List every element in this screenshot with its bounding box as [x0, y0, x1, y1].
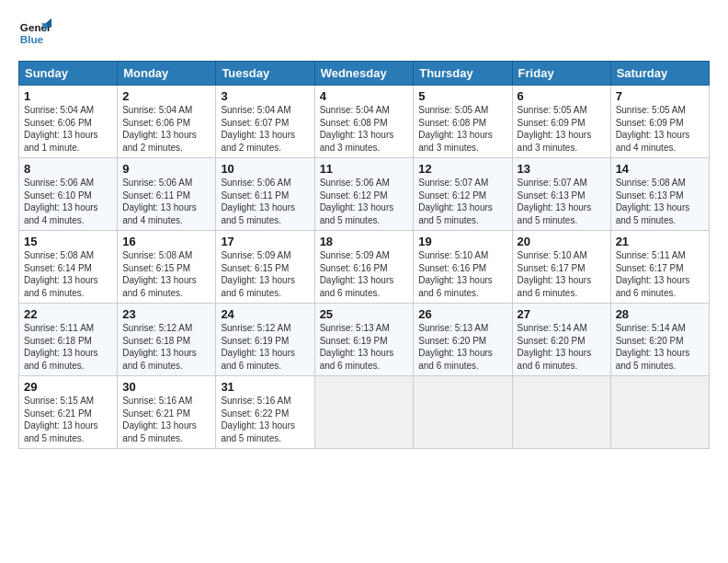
calendar-cell: 24Sunrise: 5:12 AM Sunset: 6:19 PM Dayli… — [216, 304, 314, 376]
day-number: 1 — [24, 89, 112, 103]
logo: General Blue — [18, 17, 57, 50]
calendar-cell: 21Sunrise: 5:11 AM Sunset: 6:17 PM Dayli… — [610, 231, 709, 304]
day-number: 2 — [122, 89, 210, 103]
day-detail: Sunrise: 5:16 AM Sunset: 6:21 PM Dayligh… — [122, 395, 210, 444]
day-detail: Sunrise: 5:08 AM Sunset: 6:14 PM Dayligh… — [24, 249, 112, 299]
day-detail: Sunrise: 5:06 AM Sunset: 6:12 PM Dayligh… — [320, 177, 409, 226]
day-number: 25 — [320, 307, 409, 321]
day-number: 31 — [221, 380, 309, 394]
calendar-cell: 31Sunrise: 5:16 AM Sunset: 6:22 PM Dayli… — [216, 376, 314, 449]
day-number: 30 — [122, 380, 210, 394]
page-container: General Blue SundayMondayTuesdayWednesda… — [0, 0, 728, 458]
day-number: 23 — [122, 307, 210, 321]
day-number: 3 — [221, 89, 309, 103]
day-detail: Sunrise: 5:11 AM Sunset: 6:18 PM Dayligh… — [24, 322, 112, 372]
day-detail: Sunrise: 5:09 AM Sunset: 6:15 PM Dayligh… — [221, 249, 309, 299]
calendar-cell — [610, 376, 709, 449]
day-detail: Sunrise: 5:16 AM Sunset: 6:22 PM Dayligh… — [221, 395, 309, 444]
day-number: 15 — [24, 235, 112, 248]
day-detail: Sunrise: 5:12 AM Sunset: 6:19 PM Dayligh… — [221, 322, 309, 372]
day-detail: Sunrise: 5:07 AM Sunset: 6:12 PM Dayligh… — [418, 177, 506, 226]
day-detail: Sunrise: 5:08 AM Sunset: 6:13 PM Dayligh… — [616, 177, 704, 226]
weekday-header-saturday: Saturday — [610, 62, 709, 86]
day-number: 29 — [24, 380, 112, 394]
day-detail: Sunrise: 5:05 AM Sunset: 6:09 PM Dayligh… — [616, 104, 704, 154]
header: General Blue — [18, 17, 710, 50]
day-detail: Sunrise: 5:15 AM Sunset: 6:21 PM Dayligh… — [24, 395, 112, 444]
calendar-cell: 27Sunrise: 5:14 AM Sunset: 6:20 PM Dayli… — [512, 304, 610, 376]
day-number: 5 — [418, 89, 506, 103]
weekday-header-wednesday: Wednesday — [314, 62, 414, 86]
calendar-cell: 22Sunrise: 5:11 AM Sunset: 6:18 PM Dayli… — [19, 304, 118, 376]
day-detail: Sunrise: 5:11 AM Sunset: 6:17 PM Dayligh… — [616, 249, 704, 299]
day-detail: Sunrise: 5:04 AM Sunset: 6:06 PM Dayligh… — [122, 104, 210, 154]
calendar-cell — [414, 376, 512, 449]
day-number: 14 — [616, 162, 704, 176]
calendar-cell: 26Sunrise: 5:13 AM Sunset: 6:20 PM Dayli… — [414, 304, 512, 376]
day-number: 13 — [518, 162, 606, 176]
calendar-cell: 15Sunrise: 5:08 AM Sunset: 6:14 PM Dayli… — [19, 231, 118, 304]
calendar-cell: 12Sunrise: 5:07 AM Sunset: 6:12 PM Dayli… — [414, 158, 512, 231]
calendar-header-row: SundayMondayTuesdayWednesdayThursdayFrid… — [19, 62, 710, 86]
day-number: 24 — [221, 307, 309, 321]
weekday-header-friday: Friday — [512, 62, 610, 86]
day-detail: Sunrise: 5:08 AM Sunset: 6:15 PM Dayligh… — [122, 249, 210, 299]
logo-icon: General Blue — [18, 17, 51, 50]
calendar-cell: 9Sunrise: 5:06 AM Sunset: 6:11 PM Daylig… — [118, 158, 216, 231]
calendar-cell: 17Sunrise: 5:09 AM Sunset: 6:15 PM Dayli… — [216, 231, 314, 304]
day-detail: Sunrise: 5:09 AM Sunset: 6:16 PM Dayligh… — [320, 249, 409, 299]
day-detail: Sunrise: 5:07 AM Sunset: 6:13 PM Dayligh… — [518, 177, 606, 226]
calendar-week-1: 1Sunrise: 5:04 AM Sunset: 6:06 PM Daylig… — [19, 86, 710, 158]
calendar-cell — [314, 376, 414, 449]
calendar-week-4: 22Sunrise: 5:11 AM Sunset: 6:18 PM Dayli… — [19, 304, 710, 376]
calendar-cell: 4Sunrise: 5:04 AM Sunset: 6:08 PM Daylig… — [314, 86, 414, 158]
calendar-cell: 19Sunrise: 5:10 AM Sunset: 6:16 PM Dayli… — [414, 231, 512, 304]
day-number: 28 — [616, 307, 704, 321]
weekday-header-tuesday: Tuesday — [216, 62, 314, 86]
calendar-cell: 23Sunrise: 5:12 AM Sunset: 6:18 PM Dayli… — [118, 304, 216, 376]
day-number: 10 — [221, 162, 309, 176]
day-detail: Sunrise: 5:10 AM Sunset: 6:16 PM Dayligh… — [418, 249, 506, 299]
day-detail: Sunrise: 5:04 AM Sunset: 6:07 PM Dayligh… — [221, 104, 309, 154]
calendar-cell: 8Sunrise: 5:06 AM Sunset: 6:10 PM Daylig… — [19, 158, 118, 231]
calendar-cell: 3Sunrise: 5:04 AM Sunset: 6:07 PM Daylig… — [216, 86, 314, 158]
calendar-cell: 28Sunrise: 5:14 AM Sunset: 6:20 PM Dayli… — [610, 304, 709, 376]
day-number: 16 — [122, 235, 210, 248]
day-number: 20 — [518, 235, 606, 248]
calendar-week-2: 8Sunrise: 5:06 AM Sunset: 6:10 PM Daylig… — [19, 158, 710, 231]
calendar-week-3: 15Sunrise: 5:08 AM Sunset: 6:14 PM Dayli… — [19, 231, 710, 304]
calendar-cell: 18Sunrise: 5:09 AM Sunset: 6:16 PM Dayli… — [314, 231, 414, 304]
day-number: 21 — [616, 235, 704, 248]
day-detail: Sunrise: 5:13 AM Sunset: 6:20 PM Dayligh… — [418, 322, 506, 372]
day-detail: Sunrise: 5:13 AM Sunset: 6:19 PM Dayligh… — [320, 322, 409, 372]
calendar-cell: 11Sunrise: 5:06 AM Sunset: 6:12 PM Dayli… — [314, 158, 414, 231]
day-detail: Sunrise: 5:14 AM Sunset: 6:20 PM Dayligh… — [616, 322, 704, 372]
day-number: 17 — [221, 235, 309, 248]
day-number: 27 — [518, 307, 606, 321]
day-number: 8 — [24, 162, 112, 176]
day-number: 4 — [320, 89, 409, 103]
calendar-week-5: 29Sunrise: 5:15 AM Sunset: 6:21 PM Dayli… — [19, 376, 710, 449]
calendar-cell: 2Sunrise: 5:04 AM Sunset: 6:06 PM Daylig… — [118, 86, 216, 158]
calendar-cell: 14Sunrise: 5:08 AM Sunset: 6:13 PM Dayli… — [610, 158, 709, 231]
day-number: 26 — [418, 307, 506, 321]
calendar-cell: 6Sunrise: 5:05 AM Sunset: 6:09 PM Daylig… — [512, 86, 610, 158]
day-detail: Sunrise: 5:05 AM Sunset: 6:09 PM Dayligh… — [518, 104, 606, 154]
day-number: 18 — [320, 235, 409, 248]
day-detail: Sunrise: 5:06 AM Sunset: 6:11 PM Dayligh… — [122, 177, 210, 226]
day-number: 6 — [518, 89, 606, 103]
day-detail: Sunrise: 5:10 AM Sunset: 6:17 PM Dayligh… — [518, 249, 606, 299]
calendar-cell: 10Sunrise: 5:06 AM Sunset: 6:11 PM Dayli… — [216, 158, 314, 231]
calendar-cell: 5Sunrise: 5:05 AM Sunset: 6:08 PM Daylig… — [414, 86, 512, 158]
day-detail: Sunrise: 5:12 AM Sunset: 6:18 PM Dayligh… — [122, 322, 210, 372]
calendar-cell: 25Sunrise: 5:13 AM Sunset: 6:19 PM Dayli… — [314, 304, 414, 376]
calendar-cell: 1Sunrise: 5:04 AM Sunset: 6:06 PM Daylig… — [19, 86, 118, 158]
day-detail: Sunrise: 5:06 AM Sunset: 6:10 PM Dayligh… — [24, 177, 112, 226]
day-detail: Sunrise: 5:06 AM Sunset: 6:11 PM Dayligh… — [221, 177, 309, 226]
day-number: 19 — [418, 235, 506, 248]
day-detail: Sunrise: 5:04 AM Sunset: 6:08 PM Dayligh… — [320, 104, 409, 154]
day-detail: Sunrise: 5:05 AM Sunset: 6:08 PM Dayligh… — [418, 104, 506, 154]
weekday-header-sunday: Sunday — [19, 62, 118, 86]
day-number: 22 — [24, 307, 112, 321]
calendar-cell: 29Sunrise: 5:15 AM Sunset: 6:21 PM Dayli… — [19, 376, 118, 449]
